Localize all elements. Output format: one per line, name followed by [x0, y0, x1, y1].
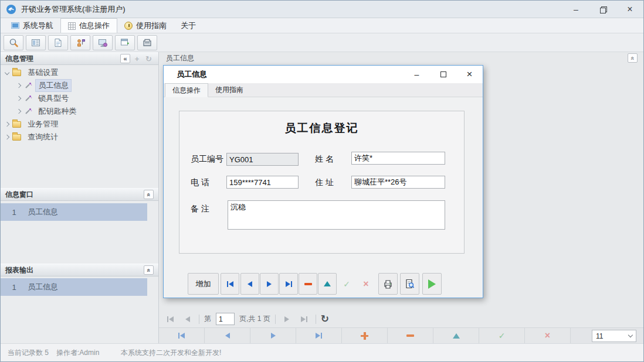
record-cancel-button[interactable]: ×	[525, 328, 571, 343]
dialog-minimize-button[interactable]: –	[404, 66, 430, 83]
content-collapse-button[interactable]: «	[628, 53, 638, 63]
record-delete-button[interactable]	[388, 328, 433, 343]
sidebar-add-button[interactable]: +	[132, 54, 142, 63]
panel-title: 信息管理	[5, 54, 33, 64]
menubar: 系统导航 信息操作 使用指南 关于	[1, 18, 643, 33]
tree-item-query-statistics[interactable]: 查询统计	[1, 131, 158, 144]
execute-button[interactable]	[422, 273, 442, 295]
nav-last-button[interactable]	[279, 273, 298, 295]
cancel-button[interactable]: ×	[357, 273, 375, 295]
confirm-button[interactable]: ✓	[337, 273, 356, 295]
tree-item-key-type[interactable]: 配钥匙种类	[1, 105, 158, 118]
edit-up-icon	[453, 333, 460, 339]
sidebar-collapse-button[interactable]: «	[120, 54, 130, 63]
menu-label: 关于	[181, 21, 196, 31]
tool-icon	[24, 107, 32, 115]
sidebar-refresh-button[interactable]: ↻	[144, 54, 154, 63]
phone-field[interactable]	[226, 176, 299, 189]
check-icon: ✓	[343, 280, 350, 288]
dialog-close-button[interactable]: ×	[456, 66, 483, 83]
record-last-button[interactable]	[296, 328, 342, 343]
record-add-button[interactable]	[342, 328, 388, 343]
pager-bar: 第 页,共 1 页 ↻	[159, 311, 644, 327]
tab-guide[interactable]: 使用指南	[208, 83, 250, 97]
last-record-icon	[316, 333, 320, 339]
print-button[interactable]	[378, 273, 398, 295]
menu-item-info-ops[interactable]: 信息操作	[60, 18, 117, 33]
prev-record-icon	[248, 281, 252, 287]
tree-item-business-management[interactable]: 业务管理	[1, 118, 158, 131]
report-output-collapse-button[interactable]: «	[144, 265, 154, 275]
run-icon	[428, 279, 436, 289]
menu-item-guide[interactable]: 使用指南	[117, 18, 174, 33]
dialog-titlebar: 员工信息 – ×	[164, 66, 483, 83]
chevron-right-icon	[16, 96, 22, 101]
window-title: 开锁业务管理系统(非注册用户)	[21, 4, 126, 15]
add-button[interactable]: 增加	[188, 273, 219, 295]
status-message: 本系统支持二次开发和全新开发!	[121, 348, 221, 358]
record-confirm-button[interactable]: ✓	[479, 328, 525, 343]
record-edit-button[interactable]	[433, 328, 479, 343]
nav-next-button[interactable]	[260, 273, 279, 295]
tree-item-basic-settings[interactable]: 基础设置	[1, 66, 158, 79]
remark-field[interactable]: 沉稳	[228, 200, 445, 230]
next-page-icon	[284, 316, 289, 322]
first-record-icon	[178, 333, 179, 339]
printer-tray-icon	[142, 37, 152, 48]
search-button[interactable]	[4, 35, 23, 50]
form-view-button[interactable]	[26, 35, 46, 50]
pager-last-button[interactable]	[298, 316, 311, 322]
record-first-button[interactable]	[159, 328, 205, 343]
edit-button[interactable]	[318, 273, 337, 295]
first-page-icon	[169, 316, 174, 322]
pager-prev-button[interactable]	[181, 316, 194, 322]
panel-title: 信息窗口	[5, 190, 33, 200]
app-logo-icon	[6, 4, 16, 15]
tree-label: 业务管理	[25, 118, 60, 130]
info-window-list-item[interactable]: 1 员工信息	[1, 203, 147, 221]
minimize-button[interactable]: –	[562, 1, 589, 18]
output-button[interactable]	[137, 35, 157, 50]
refresh-icon: ↻	[145, 55, 152, 63]
minus-icon	[406, 334, 414, 337]
nav-tree: 基础设置 员工信息 锁具型号	[1, 66, 158, 144]
employee-form-groupbox: 员工信息登记 员工编号 姓 名 电 话 住 址 备 注 沉稳	[179, 111, 465, 254]
dialog-controls: – ×	[404, 66, 483, 83]
print-preview-button[interactable]	[400, 273, 419, 295]
tree-label: 配钥匙种类	[36, 105, 79, 117]
record-prev-button[interactable]	[205, 328, 250, 343]
info-window-collapse-button[interactable]: «	[144, 190, 154, 199]
first-page-icon	[167, 316, 168, 322]
new-window-button[interactable]	[115, 35, 135, 50]
delete-button[interactable]	[299, 273, 317, 295]
row-label: 员工信息	[28, 282, 58, 292]
tab-info-ops[interactable]: 信息操作	[165, 83, 208, 97]
menu-item-system-nav[interactable]: 系统导航	[4, 18, 60, 33]
search-icon	[8, 37, 19, 48]
screen-button[interactable]	[93, 35, 113, 50]
nav-first-button[interactable]	[221, 273, 239, 295]
name-field[interactable]	[351, 152, 445, 165]
document-button[interactable]	[48, 35, 68, 50]
tree-item-employee-info[interactable]: 员工信息	[1, 79, 158, 92]
tree-item-lock-model[interactable]: 锁具型号	[1, 92, 158, 105]
pager-next-button[interactable]	[280, 316, 293, 322]
close-button[interactable]: ×	[616, 1, 643, 18]
restore-button[interactable]	[589, 1, 616, 18]
dialog-maximize-button[interactable]	[430, 66, 456, 83]
app-window: 开锁业务管理系统(非注册用户) – × 系统导航 信息操作 使用指南 关于	[0, 0, 644, 362]
nav-prev-button[interactable]	[240, 273, 259, 295]
record-count-label: 当前记录数 5	[8, 348, 49, 358]
report-output-list-item[interactable]: 1 员工信息	[1, 278, 147, 296]
menu-item-about[interactable]: 关于	[174, 18, 203, 33]
employee-button[interactable]	[70, 35, 90, 50]
page-size-select[interactable]: 11	[592, 330, 636, 342]
pager-first-button[interactable]	[164, 316, 177, 322]
pager-refresh-button[interactable]: ↻	[321, 314, 329, 324]
record-next-button[interactable]	[250, 328, 296, 343]
address-field[interactable]	[351, 176, 445, 189]
row-label: 员工信息	[28, 207, 58, 217]
emp-no-field[interactable]	[226, 153, 299, 166]
employee-info-dialog: 员工信息 – × 信息操作 使用指南 员工信息登记 员工编号 姓 名 电 话 住…	[163, 65, 483, 298]
page-number-input[interactable]	[216, 313, 235, 325]
